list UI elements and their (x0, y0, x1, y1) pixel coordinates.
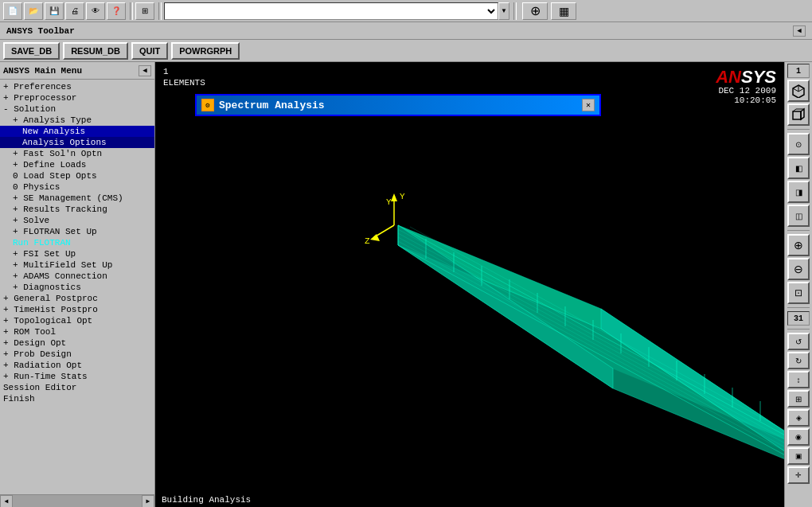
extra-btn-2[interactable]: ◉ (787, 428, 810, 446)
sidebar-item-radiation-opt[interactable]: + Radiation Opt (0, 360, 154, 371)
sidebar-item-new-analysis[interactable]: New Analysis (0, 126, 154, 137)
sidebar-item-diagnostics[interactable]: + Diagnostics (0, 282, 154, 293)
toolbar-collapse-btn[interactable]: ◀ (793, 25, 806, 37)
extra-btn-4[interactable]: ✛ (787, 466, 810, 484)
sidebar-item-label-rom-tool: + ROM Tool (3, 327, 56, 337)
iso-icon (791, 84, 806, 98)
sidebar-item-label-load-step-opts: 0 Load Step Opts (13, 171, 97, 181)
right-btn-1[interactable]: ⊕ (522, 2, 548, 20)
sidebar-item-label-fast-soln: + Fast Sol'n Optn (13, 149, 102, 158)
sidebar-item-run-flotran[interactable]: Run FLOTRAN (0, 237, 154, 248)
right-btn-2[interactable]: ▦ (551, 2, 576, 20)
sidebar-item-rom-tool[interactable]: + ROM Tool (0, 326, 154, 337)
sidebar-item-topological-opt[interactable]: + Topological Opt (0, 315, 154, 326)
rotate-btn-2[interactable]: ↻ (787, 352, 810, 369)
sidebar-item-solution[interactable]: - Solution (0, 103, 154, 115)
sidebar-item-label-topological-opt: + Topological Opt (3, 316, 92, 326)
spectrum-close-button[interactable]: ✕ (582, 99, 595, 111)
sidebar-item-label-fsi-set-up: + FSI Set Up (13, 249, 76, 259)
toolbar-separator-2 (158, 2, 162, 20)
panel-collapse-btn[interactable]: ◀ (139, 65, 151, 76)
sidebar-item-design-opt[interactable]: + Design Opt (0, 337, 154, 349)
sidebar-item-label-radiation-opt: + Radiation Opt (3, 361, 82, 370)
command-dropdown[interactable] (164, 2, 498, 20)
new-btn[interactable]: 📄 (3, 2, 22, 20)
ansys-toolbar-bar: ANSYS Toolbar ◀ (0, 22, 812, 40)
resum-db-button[interactable]: RESUM_DB (63, 42, 128, 60)
sidebar-item-general-postproc[interactable]: + General Postproc (0, 293, 154, 304)
zoom-in-btn[interactable]: ⊕ (787, 234, 810, 256)
save-btn[interactable]: 💾 (45, 2, 64, 20)
scroll-track[interactable] (13, 495, 142, 507)
sidebar-item-adams-connection[interactable]: + ADAMS Connection (0, 271, 154, 282)
open-btn[interactable]: 📂 (24, 2, 43, 20)
pan-btn[interactable]: ↕ (787, 371, 810, 388)
tree-container[interactable]: + Preferences+ Preprocessor- Solution+ A… (0, 80, 154, 494)
sidebar-item-preprocessor[interactable]: + Preprocessor (0, 92, 154, 103)
oblique-view-btn[interactable] (787, 103, 810, 126)
horizontal-scrollbar[interactable]: ◀ ▶ (0, 494, 154, 507)
help-btn[interactable]: ❓ (107, 2, 126, 20)
rotate-btn-1[interactable]: ↺ (787, 333, 810, 350)
front-view-btn[interactable]: ◧ (787, 157, 810, 179)
sidebar-item-fsi-set-up[interactable]: + FSI Set Up (0, 248, 154, 259)
svg-marker-1 (391, 193, 397, 201)
sidebar-item-label-analysis-type: + Analysis Type (13, 115, 92, 125)
sidebar-item-label-solution: - Solution (3, 104, 56, 114)
sidebar-item-analysis-type[interactable]: + Analysis Type (0, 115, 154, 126)
viewport-canvas: 1 ELEMENTS ANSYS DEC 12 2009 10:20:05 Y (155, 62, 784, 507)
left-panel: ANSYS Main Menu ◀ + Preferences+ Preproc… (0, 62, 155, 507)
sidebar-item-multifield-set-up[interactable]: + MultiField Set Up (0, 259, 154, 271)
sidebar-item-physics[interactable]: 0 Physics (0, 181, 154, 193)
grid-btn[interactable]: ⊞ (135, 2, 154, 20)
sidebar-item-prob-design[interactable]: + Prob Design (0, 349, 154, 360)
quit-button[interactable]: QUIT (131, 42, 168, 60)
right-view-btn[interactable]: ◨ (787, 181, 810, 203)
extra-btn-1[interactable]: ◈ (787, 409, 810, 427)
sidebar-item-label-physics: 0 Physics (13, 182, 60, 192)
spectrum-title-bar[interactable]: ⚙ Spectrum Analysis ✕ (197, 96, 599, 115)
iso-view-btn[interactable] (787, 80, 810, 102)
top-toolbar: 📄 📂 💾 🖨 👁 ❓ ⊞ ▼ ⊕ ▦ (0, 0, 812, 22)
sidebar-item-label-diagnostics: + Diagnostics (13, 283, 81, 292)
sidebar-item-solve[interactable]: + Solve (0, 215, 154, 226)
print-btn[interactable]: 🖨 (65, 2, 84, 20)
zoom-box-btn[interactable]: ⊡ (787, 282, 810, 304)
zoom-out-btn[interactable]: ⊖ (787, 258, 810, 280)
right-panel: 1 ⊙ ◧ ◨ ◫ ⊕ ⊖ ⊡ (784, 62, 812, 507)
sidebar-item-label-analysis-options: Analysis Options (22, 138, 107, 147)
right-separator-3 (787, 307, 810, 308)
sidebar-item-run-time-stats[interactable]: + Run-Time Stats (0, 371, 154, 382)
scroll-right-btn[interactable]: ▶ (142, 495, 154, 508)
sidebar-item-load-step-opts[interactable]: 0 Load Step Opts (0, 170, 154, 181)
top-view-btn[interactable]: ⊙ (787, 133, 810, 155)
sidebar-item-label-preprocessor: + Preprocessor (3, 93, 76, 103)
dropdown-arrow[interactable]: ▼ (498, 2, 509, 20)
sidebar-item-label-define-loads: + Define Loads (13, 160, 86, 170)
oblique-icon (791, 107, 806, 122)
powrgrph-button[interactable]: POWRGRPH (171, 42, 240, 60)
svg-text:Z: Z (365, 236, 370, 246)
sidebar-item-preferences[interactable]: + Preferences (0, 81, 154, 92)
back-view-btn[interactable]: ◫ (787, 205, 810, 227)
sidebar-item-flotran-set-up[interactable]: + FLOTRAN Set Up (0, 226, 154, 237)
sidebar-item-timehist-postpro[interactable]: + TimeHist Postpro (0, 304, 154, 315)
sidebar-item-results-tracking[interactable]: + Results Tracking (0, 204, 154, 215)
sidebar-item-define-loads[interactable]: + Define Loads (0, 159, 154, 170)
extra-btn-3[interactable]: ▣ (787, 447, 810, 465)
sidebar-item-session-editor[interactable]: Session Editor (0, 382, 154, 393)
spectrum-dialog-icon: ⚙ (201, 99, 214, 111)
sidebar-item-analysis-options[interactable]: Analysis Options (0, 137, 154, 148)
preview-btn[interactable]: 👁 (86, 2, 105, 20)
viewport-area[interactable]: 1 ELEMENTS ANSYS DEC 12 2009 10:20:05 Y (155, 62, 784, 507)
left-panel-header: ANSYS Main Menu ◀ (0, 62, 154, 80)
sidebar-item-fast-soln[interactable]: + Fast Sol'n Optn (0, 148, 154, 159)
fit-btn[interactable]: ⊞ (787, 390, 810, 408)
sidebar-item-se-management[interactable]: + SE Management (CMS) (0, 193, 154, 204)
spectrum-dialog[interactable]: ⚙ Spectrum Analysis ✕ (195, 94, 601, 116)
sidebar-item-finish[interactable]: Finish (0, 393, 154, 404)
toolbar-separator-1 (130, 2, 133, 20)
save-db-button[interactable]: SAVE_DB (3, 42, 60, 60)
scroll-left-btn[interactable]: ◀ (0, 495, 13, 508)
main-area: ANSYS Main Menu ◀ + Preferences+ Preproc… (0, 62, 812, 507)
